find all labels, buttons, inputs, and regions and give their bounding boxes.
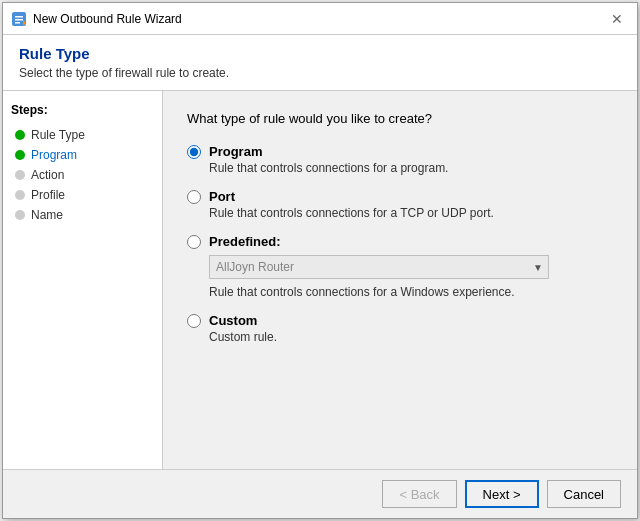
svg-rect-2 xyxy=(15,19,23,21)
sidebar: Steps: Rule Type Program Action Profile … xyxy=(3,91,163,469)
question-text: What type of rule would you like to crea… xyxy=(187,111,613,126)
sidebar-item-action: Action xyxy=(11,165,154,185)
page-subtitle: Select the type of firewall rule to crea… xyxy=(19,66,621,80)
sidebar-label-action: Action xyxy=(31,168,64,182)
wizard-icon xyxy=(11,11,27,27)
radio-program-label[interactable]: Program xyxy=(209,144,262,159)
next-button[interactable]: Next > xyxy=(465,480,539,508)
predefined-select[interactable]: AllJoyn Router xyxy=(209,255,549,279)
radio-predefined-label[interactable]: Predefined: xyxy=(209,234,281,249)
radio-program-desc: Rule that controls connections for a pro… xyxy=(209,161,613,175)
title-bar: New Outbound Rule Wizard ✕ xyxy=(3,3,637,35)
sidebar-dot-ruletype xyxy=(15,130,25,140)
sidebar-dot-action xyxy=(15,170,25,180)
footer: < Back Next > Cancel xyxy=(3,469,637,518)
radio-predefined-desc: Rule that controls connections for a Win… xyxy=(209,285,613,299)
window-title: New Outbound Rule Wizard xyxy=(33,12,182,26)
sidebar-dot-program xyxy=(15,150,25,160)
predefined-select-row: AllJoyn Router ▼ xyxy=(209,255,613,279)
wizard-window: New Outbound Rule Wizard ✕ Rule Type Sel… xyxy=(2,2,638,519)
radio-predefined[interactable] xyxy=(187,235,201,249)
svg-rect-1 xyxy=(15,16,23,18)
header-area: Rule Type Select the type of firewall ru… xyxy=(3,35,637,91)
sidebar-label-profile: Profile xyxy=(31,188,65,202)
radio-group: Program Rule that controls connections f… xyxy=(187,144,613,344)
radio-port[interactable] xyxy=(187,190,201,204)
sidebar-label-ruletype: Rule Type xyxy=(31,128,85,142)
radio-custom-label[interactable]: Custom xyxy=(209,313,257,328)
predefined-select-wrapper: AllJoyn Router ▼ xyxy=(209,255,549,279)
close-button[interactable]: ✕ xyxy=(605,7,629,31)
radio-program[interactable] xyxy=(187,145,201,159)
radio-custom[interactable] xyxy=(187,314,201,328)
content-area: Steps: Rule Type Program Action Profile … xyxy=(3,91,637,469)
radio-custom-desc: Custom rule. xyxy=(209,330,613,344)
option-predefined: Predefined: AllJoyn Router ▼ Rule that c… xyxy=(187,234,613,299)
sidebar-label-name: Name xyxy=(31,208,63,222)
sidebar-label-program: Program xyxy=(31,148,77,162)
sidebar-title: Steps: xyxy=(11,103,154,117)
option-program-row: Program xyxy=(187,144,613,159)
sidebar-dot-name xyxy=(15,210,25,220)
option-port: Port Rule that controls connections for … xyxy=(187,189,613,220)
option-program: Program Rule that controls connections f… xyxy=(187,144,613,175)
sidebar-dot-profile xyxy=(15,190,25,200)
option-port-row: Port xyxy=(187,189,613,204)
radio-port-label[interactable]: Port xyxy=(209,189,235,204)
sidebar-item-name: Name xyxy=(11,205,154,225)
option-custom-row: Custom xyxy=(187,313,613,328)
title-bar-left: New Outbound Rule Wizard xyxy=(11,11,182,27)
option-predefined-row: Predefined: xyxy=(187,234,613,249)
sidebar-item-ruletype: Rule Type xyxy=(11,125,154,145)
radio-port-desc: Rule that controls connections for a TCP… xyxy=(209,206,613,220)
sidebar-item-profile: Profile xyxy=(11,185,154,205)
back-button[interactable]: < Back xyxy=(382,480,456,508)
main-panel: What type of rule would you like to crea… xyxy=(163,91,637,469)
page-title: Rule Type xyxy=(19,45,621,62)
svg-rect-3 xyxy=(15,22,20,24)
cancel-button[interactable]: Cancel xyxy=(547,480,621,508)
sidebar-item-program: Program xyxy=(11,145,154,165)
option-custom: Custom Custom rule. xyxy=(187,313,613,344)
